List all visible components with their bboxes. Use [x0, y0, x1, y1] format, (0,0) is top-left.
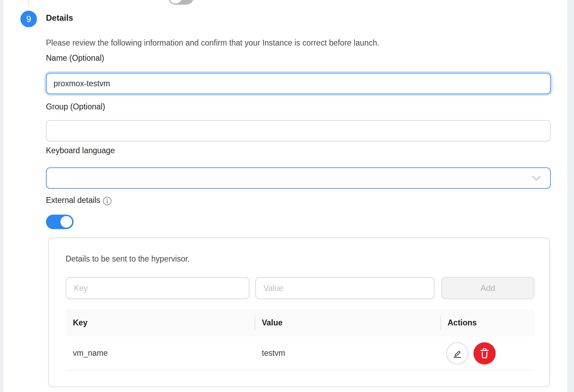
step-number: 9: [26, 14, 31, 24]
edit-button[interactable]: [446, 342, 468, 364]
group-input[interactable]: [46, 120, 551, 141]
details-table: Key Value Actions vm_name testvm: [66, 309, 534, 371]
add-button[interactable]: Add: [441, 277, 534, 299]
external-details-label: External details: [46, 196, 100, 205]
delete-button[interactable]: [473, 342, 496, 364]
header-separator: [440, 316, 441, 330]
header-key: Key: [66, 318, 255, 327]
previous-step-toggle-clipped[interactable]: [168, 0, 194, 4]
name-label: Name (Optional): [46, 53, 104, 63]
toggle-knob: [60, 216, 72, 228]
hypervisor-description: Details to be sent to the hypervisor.: [66, 254, 190, 264]
step-connector-line: [28, 0, 29, 6]
name-input[interactable]: [46, 73, 551, 94]
row-actions-cell: [440, 342, 534, 364]
step-number-badge: 9: [20, 11, 37, 27]
row-value-cell: testvm: [255, 349, 440, 358]
edit-pencil-icon: [452, 348, 463, 359]
header-separator: [255, 316, 255, 330]
step-title: Details: [46, 13, 73, 23]
step-description: Please review the following information …: [46, 38, 379, 48]
row-key-cell: vm_name: [66, 349, 255, 358]
left-page-gutter: [0, 0, 3, 392]
toggle-knob: [169, 0, 182, 3]
trash-icon: [479, 347, 490, 359]
add-button-label: Add: [480, 283, 495, 293]
table-header-row: Key Value Actions: [66, 309, 534, 336]
info-icon[interactable]: [103, 196, 112, 206]
keyboard-language-label: Keyboard language: [46, 146, 115, 155]
value-input[interactable]: [255, 277, 434, 299]
external-details-toggle[interactable]: [46, 215, 74, 229]
right-scroll-gutter[interactable]: [567, 0, 574, 392]
header-actions: Actions: [440, 318, 534, 327]
header-value: Value: [255, 318, 440, 327]
key-input[interactable]: [66, 277, 249, 299]
group-label: Group (Optional): [46, 102, 105, 111]
keyboard-language-select[interactable]: [46, 167, 551, 189]
external-details-label-row: External details: [46, 196, 112, 206]
external-details-panel: Details to be sent to the hypervisor. Ad…: [48, 237, 550, 387]
chevron-down-icon: [532, 175, 541, 182]
table-row: vm_name testvm: [66, 336, 534, 371]
